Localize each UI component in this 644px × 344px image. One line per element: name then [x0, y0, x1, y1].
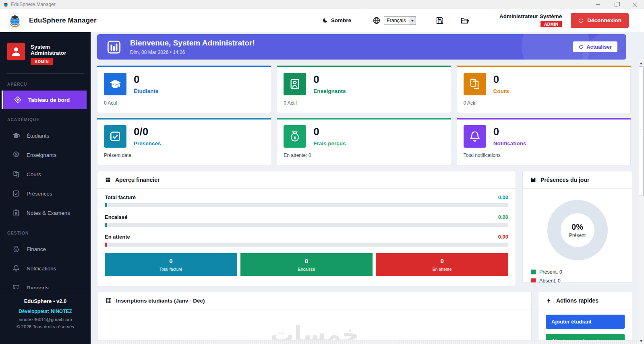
sidebar-item-enseignants[interactable]: Enseignants: [0, 145, 91, 165]
section-label-academique: ACADÉMIQUE: [7, 117, 91, 122]
clipboard-icon: [12, 209, 20, 217]
enrollment-panel: Inscriptions étudiants (Janv - Déc) خمسا…: [98, 292, 532, 344]
sidebar-footer: EduSphere • v2.0 Développeur: NINOTEZ ni…: [0, 289, 91, 344]
scroll-down-arrow[interactable]: [638, 338, 644, 344]
fin-row-value: 0.00: [498, 234, 508, 240]
stat-card-notifications[interactable]: 0 Notifications Total notifications: [457, 118, 631, 165]
app-logo-icon: [7, 13, 23, 28]
sidebar-item-notes[interactable]: Notes & Examens: [0, 203, 91, 222]
user-block: Administrateur Système ADMIN: [499, 13, 562, 27]
enrollment-chart-icon: [106, 297, 112, 304]
dashboard-icon: [14, 96, 22, 104]
logout-button[interactable]: Déconnexion: [571, 13, 629, 28]
progress-bar-facture: [105, 203, 508, 207]
theme-toggle-label: Sombre: [331, 17, 351, 23]
graduation-cap-icon: [12, 132, 20, 140]
refresh-label: Actualiser: [586, 44, 612, 50]
close-button[interactable]: [625, 0, 644, 9]
sidebar-item-label: Cours: [27, 171, 41, 177]
vertical-scrollbar[interactable]: [638, 60, 644, 344]
stat-value: 0/0: [134, 126, 161, 138]
stats-row-2: 0/0 Présences Présent date $ 0 Frais per…: [97, 118, 631, 165]
check-square-icon: [104, 125, 126, 148]
sidebar-item-label: Notes & Examens: [27, 210, 70, 216]
horizontal-scrollbar[interactable]: [91, 340, 638, 344]
progress-bar-attente: [105, 243, 508, 247]
chevron-down-icon[interactable]: [409, 16, 416, 25]
save-icon[interactable]: [435, 16, 444, 25]
attendance-percent-label: Présent: [569, 233, 586, 238]
sidebar-item-cours[interactable]: Cours: [0, 165, 91, 184]
fin-row-value: 0.00: [498, 214, 508, 220]
sidebar-item-presences[interactable]: Présences: [0, 184, 91, 203]
stat-card-cours[interactable]: 0 Cours 0 Actif: [457, 66, 631, 113]
window-title: EduSphere Manager: [11, 2, 56, 7]
stat-label: Étudiants: [134, 88, 159, 94]
stat-card-enseignants[interactable]: 0 Enseignants 0 Actif: [277, 66, 451, 113]
legend-label: Absent: 0: [539, 278, 561, 283]
language-selected: Français: [384, 18, 409, 23]
stat-sub: Total notifications: [464, 152, 624, 158]
avatar: [7, 43, 25, 60]
attendance-panel: Présences du jour 0% Présent Présent: 0 …: [522, 171, 632, 283]
copyright: © 2026 Tous droits réservés: [0, 324, 91, 329]
stat-card-presences[interactable]: 0/0 Présences Présent date: [97, 118, 271, 165]
attendance-title: Présences du jour: [540, 177, 589, 183]
main-content: Bienvenue, System Administrator! Dim, 08…: [91, 32, 644, 344]
refresh-button[interactable]: Actualiser: [573, 41, 617, 52]
stat-value: 0: [134, 74, 159, 85]
refresh-icon: [578, 44, 584, 49]
developer-email: ninotez46011@gmail.com: [0, 317, 91, 322]
bell-icon: [464, 125, 486, 148]
sidebar-item-finance[interactable]: $ Finance: [0, 239, 91, 259]
user-name: Administrateur Système: [499, 13, 562, 19]
maximize-button[interactable]: [607, 0, 625, 9]
attendance-box-icon: [530, 177, 536, 183]
financial-panel: Aperçu financier Total facturé 0.00 Enca…: [97, 171, 516, 286]
fin-box-label: Total facturé: [159, 267, 182, 272]
brand-title: EduSphere Manager: [29, 16, 97, 25]
stat-card-frais[interactable]: $ 0 Frais perçus En attente: 0: [277, 118, 451, 165]
header-separator: [362, 14, 362, 27]
sidebar-item-dashboard[interactable]: Tableau de bord: [2, 91, 87, 109]
progress-bar-encaisse: [105, 223, 508, 227]
fin-box-value: 0: [441, 257, 444, 264]
stat-sub: 0 Actif: [464, 100, 624, 106]
welcome-title: Bienvenue, System Administrator!: [130, 39, 255, 47]
scroll-up-arrow[interactable]: [638, 60, 644, 66]
developer-credit: Développeur: NINOTEZ: [0, 309, 91, 314]
add-student-button[interactable]: Ajouter étudiant: [546, 315, 625, 329]
finance-overview-icon: [105, 177, 111, 183]
language-select[interactable]: Français: [384, 16, 416, 25]
fin-box-label: En attente: [433, 267, 452, 272]
stat-label: Notifications: [493, 140, 526, 146]
sidebar-item-notifications[interactable]: Notifications: [0, 259, 91, 278]
fin-box-label: Encaissé: [298, 267, 315, 272]
header-separator: [483, 14, 483, 27]
moon-icon: [322, 17, 328, 23]
user-role-badge: ADMIN: [540, 21, 562, 27]
money-bag-icon: $: [284, 125, 306, 148]
bell-icon: [12, 264, 20, 272]
app-icon: [3, 2, 8, 7]
attendance-donut: 0% Présent: [547, 200, 608, 260]
teacher-icon: [284, 73, 306, 95]
logout-label: Déconnexion: [587, 17, 621, 23]
stat-label: Cours: [493, 88, 509, 94]
sidebar-item-label: Notifications: [27, 266, 56, 272]
welcome-datetime: Dim, 08 Mar 2026 • 14:26: [130, 49, 255, 55]
theme-toggle[interactable]: Sombre: [322, 17, 351, 23]
sidebar-item-etudiants[interactable]: Étudiants: [0, 126, 91, 145]
sidebar-item-label: Finance: [27, 246, 46, 252]
minimize-button[interactable]: [588, 0, 607, 9]
bar-chart-icon: [106, 39, 122, 55]
stat-card-etudiants[interactable]: 0 Étudiants 0 Actif: [97, 66, 271, 113]
quick-actions-title: Actions rapides: [556, 297, 598, 304]
app-header: EduSphere Manager Sombre Français Admini…: [0, 9, 644, 32]
fin-row-label: Encaissé: [105, 214, 127, 220]
scrollbar-thumb[interactable]: [639, 66, 644, 196]
folder-icon[interactable]: [460, 16, 469, 25]
sidebar-item-label: Étudiants: [27, 133, 49, 139]
stat-label: Frais perçus: [313, 140, 346, 146]
stat-value: 0: [493, 126, 526, 138]
